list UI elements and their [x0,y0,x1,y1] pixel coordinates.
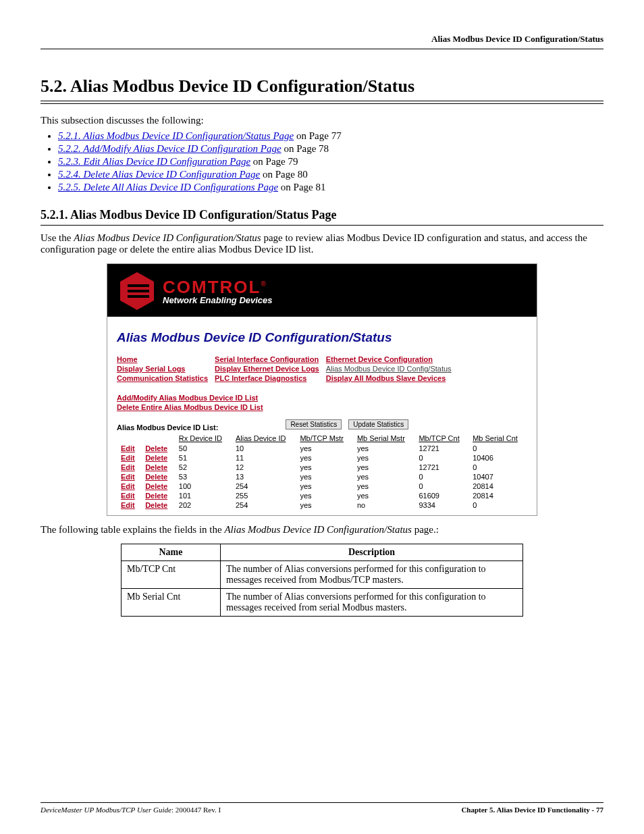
edit-link[interactable]: Edit [121,444,135,452]
toc-item: 5.2.5. Delete All Alias Device ID Config… [58,182,603,193]
delete-link[interactable]: Delete [145,492,167,500]
nav-all-slaves[interactable]: Display All Modbus Slave Devices [326,374,446,382]
table-row: Mb Serial Cnt The number of Alias conver… [122,589,523,617]
toc-suffix: on Page 78 [281,143,329,154]
embedded-screenshot: COMTROL® Network Enabling Devices Alias … [107,263,537,516]
nav-ethernet-config[interactable]: Ethernet Device Configuration [326,355,433,363]
cell-alias: 254 [232,481,296,491]
delete-link[interactable]: Delete [145,501,167,509]
fd-name: Mb/TCP Cnt [122,561,221,589]
section-rule [41,101,603,104]
add-modify-link[interactable]: Add/Modify Alias Modbus Device ID List [117,394,258,402]
after-em: Alias Modbus Device ID Configuration/Sta… [224,524,411,535]
nav-plc-diag[interactable]: PLC Interface Diagnostics [215,374,306,382]
cell-alias: 255 [232,491,296,500]
delete-link[interactable]: Delete [145,454,167,462]
cell-serial-cnt: 10407 [468,472,527,481]
delete-link[interactable]: Delete [145,482,167,490]
footer-left-title: DeviceMaster UP Modbus/TCP User Guide [41,806,171,814]
field-description-table: Name Description Mb/TCP Cnt The number o… [121,544,523,617]
after-pre: The following table explains the fields … [41,524,224,535]
toc-item: 5.2.3. Edit Alias Device ID Configuratio… [58,156,603,167]
cell-tcp-cnt: 12721 [414,463,468,472]
col-tcp-mstr: Mb/TCP Mstr [296,433,352,444]
toc-link[interactable]: 5.2.4. Delete Alias Device ID Configurat… [58,169,260,180]
cell-tcp-mstr: yes [296,491,352,500]
intro-text: This subsection discusses the following: [41,115,603,126]
edit-link[interactable]: Edit [121,463,135,471]
table-row: EditDelete5010yesyes127210 [117,444,527,453]
section-title: 5.2. Alias Modbus Device ID Configuratio… [41,76,603,97]
cell-tcp-mstr: yes [296,500,352,510]
toc-link[interactable]: 5.2.2. Add/Modify Alias Device ID Config… [58,143,281,154]
nav-ethernet-logs[interactable]: Display Ethernet Device Logs [215,365,319,373]
cell-tcp-mstr: yes [296,453,352,463]
cell-serial-mstr: yes [353,481,414,491]
edit-link[interactable]: Edit [121,492,135,500]
edit-link[interactable]: Edit [121,454,135,462]
toc-link[interactable]: 5.2.3. Edit Alias Device ID Configuratio… [58,156,250,167]
cell-serial-mstr: yes [353,453,414,463]
cell-alias: 11 [232,453,296,463]
delete-link[interactable]: Delete [145,463,167,471]
table-row: EditDelete100254yesyes020814 [117,481,527,491]
cell-tcp-cnt: 61609 [414,491,468,500]
cell-tcp-mstr: yes [296,463,352,472]
toc-link[interactable]: 5.2.5. Delete All Alias Device ID Config… [58,182,278,192]
cell-serial-cnt: 0 [468,500,527,510]
cell-serial-mstr: yes [353,472,414,481]
page-footer: DeviceMaster UP Modbus/TCP User Guide: 2… [41,802,603,814]
cell-tcp-cnt: 12721 [414,444,468,453]
toc-suffix: on Page 81 [278,182,325,192]
cell-rx: 202 [175,500,232,510]
toc-list: 5.2.1. Alias Modbus Device ID Configurat… [58,130,603,193]
cell-serial-cnt: 10406 [468,453,527,463]
cell-alias: 13 [232,472,296,481]
svg-rect-2 [128,290,149,292]
svg-rect-3 [128,295,149,298]
nav-serial-logs[interactable]: Display Serial Logs [117,365,185,373]
toc-suffix: on Page 80 [260,169,307,180]
edit-link[interactable]: Edit [121,501,135,509]
reset-stats-button[interactable]: Reset Statistics [286,419,342,429]
footer-right: Chapter 5. Alias Device ID Functionality… [461,806,603,814]
screenshot-heading: Alias Modbus Device ID Configuration/Sta… [117,330,527,345]
cell-tcp-cnt: 0 [414,472,468,481]
subsection-body: Use the Alias Modbus Device ID Configura… [41,232,603,255]
col-alias: Alias Device ID [232,433,296,444]
cell-rx: 53 [175,472,232,481]
brand-tagline: Network Enabling Devices [163,296,273,305]
cell-alias: 254 [232,500,296,510]
edit-link[interactable]: Edit [121,482,135,490]
cell-rx: 50 [175,444,232,453]
cell-serial-cnt: 20814 [468,481,527,491]
fd-name: Mb Serial Cnt [122,589,221,617]
delete-all-link[interactable]: Delete Entire Alias Modbus Device ID Lis… [117,403,263,411]
nav-comm-stats[interactable]: Communication Statistics [117,374,208,382]
cell-alias: 10 [232,444,296,453]
cell-tcp-cnt: 0 [414,481,468,491]
running-header: Alias Modbus Device ID Configuration/Sta… [41,34,603,49]
update-stats-button[interactable]: Update Statistics [348,419,408,429]
edit-link[interactable]: Edit [121,473,135,481]
nav-grid: Home Serial Interface Configuration Ethe… [117,355,458,383]
nav-home[interactable]: Home [117,355,138,363]
cell-tcp-mstr: yes [296,481,352,491]
delete-link[interactable]: Delete [145,444,167,452]
col-tcp-cnt: Mb/TCP Cnt [414,433,468,444]
table-row: EditDelete5212yesyes127210 [117,463,527,472]
table-row: EditDelete5313yesyes010407 [117,472,527,481]
cell-rx: 101 [175,491,232,500]
delete-link[interactable]: Delete [145,473,167,481]
toc-item: 5.2.1. Alias Modbus Device ID Configurat… [58,130,603,142]
reg-mark-icon: ® [261,280,267,288]
nav-serial-config[interactable]: Serial Interface Configuration [215,355,319,363]
footer-left-rest: : 2000447 Rev. I [171,806,221,814]
cell-tcp-cnt: 0 [414,453,468,463]
body-em: Alias Modbus Device ID Configuration/Sta… [74,232,261,243]
toc-suffix: on Page 79 [250,156,298,167]
cell-serial-mstr: yes [353,463,414,472]
toc-link[interactable]: 5.2.1. Alias Modbus Device ID Configurat… [58,130,294,141]
action-links: Add/Modify Alias Modbus Device ID List D… [117,394,527,411]
fd-desc: The number of Alias conversions performe… [221,589,523,617]
